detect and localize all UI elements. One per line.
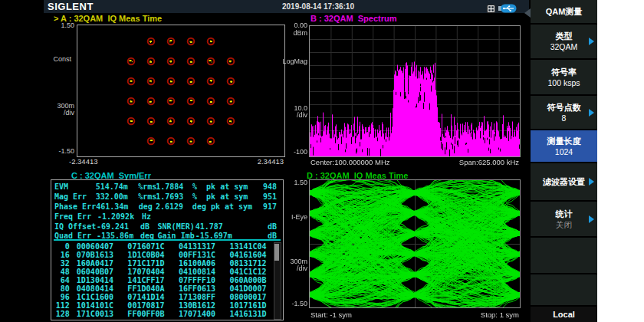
result-cell: Mag Err <box>51 192 96 202</box>
b-span-label: Span:625.000 kHz <box>424 158 519 166</box>
hex-word: 04131317 <box>179 242 223 251</box>
menu-header: QAM测量 <box>531 0 597 23</box>
a-trace-format-label: Const <box>38 56 71 63</box>
hex-word: 1D130414 <box>77 276 121 284</box>
softkey-6[interactable]: 统计关闭 <box>531 202 597 236</box>
softkey-value: 100 ksps <box>547 78 580 87</box>
scrollbar[interactable] <box>274 242 281 320</box>
constellation-plot <box>77 25 285 157</box>
chevron-right-icon <box>589 178 594 186</box>
hex-word: 1C1C1600 <box>77 293 121 301</box>
spectrum-plot <box>309 25 521 157</box>
table-separator <box>54 239 281 241</box>
instrument-screen: SIGLENT 2019-08-14 17:36:10 > A : 32QAM … <box>0 0 644 322</box>
d-stop-label: Stop: 1 sym <box>424 310 519 319</box>
hex-word: 16100A06 <box>179 259 223 268</box>
chevron-right-icon <box>589 38 594 45</box>
result-row: Phase Err461.34mdeg2.6129deg pk at sym91… <box>51 202 283 212</box>
softkey-label: 符号点数 <box>547 103 581 113</box>
softkey-5[interactable]: 滤波器设置 <box>531 163 597 200</box>
hex-row: 961C1C160007141D14171308FF08000017 <box>51 293 274 301</box>
hex-word: 0716071C <box>127 242 172 251</box>
page-background-margin <box>597 0 644 322</box>
hex-row: 641D130414141CFF1707FFFF10060A000B <box>51 276 274 284</box>
result-row: IQ Offset-69.241dBSNR(MER)41.787dB <box>51 222 283 232</box>
storage-icon <box>487 2 495 16</box>
b-ref-level-label: 0.00 <box>274 22 307 29</box>
result-cell: -69.241 <box>97 222 140 232</box>
result-cell: %rms <box>138 182 156 192</box>
softkey-2[interactable]: 符号率100 ksps <box>531 60 597 94</box>
result-cell: Freq Err <box>51 212 97 222</box>
softkey-3[interactable]: 符号点数8 <box>531 96 597 129</box>
hex-word: 1017161D <box>229 301 274 310</box>
hex-word: 00FF131C <box>179 251 223 259</box>
spectrum-canvas <box>310 26 520 156</box>
softkey-value: 8 <box>562 113 567 123</box>
softkey-value: 1024 <box>555 147 573 156</box>
d-trace-format-label: I-Eye <box>274 214 307 221</box>
result-cell: 332.00m <box>96 192 139 202</box>
hex-row: 8004080414FF1D040A16FF0613041D0007 <box>51 284 274 293</box>
hex-word: 060A000B <box>229 276 274 284</box>
b-center-freq-label: Center:100.000000 MHz <box>310 158 390 166</box>
softkey-1[interactable]: 类型32QAM <box>531 25 597 58</box>
hex-word: 04161604 <box>229 251 274 259</box>
a-y-max-label: 1.50 <box>41 22 74 29</box>
d-start-label: Start: -1 sym <box>310 310 352 319</box>
hex-word: 07FFFF10 <box>179 276 223 284</box>
hex-word: 171C0013 <box>77 310 121 318</box>
eye-diagram-canvas <box>310 180 520 307</box>
result-cell <box>159 212 198 222</box>
hex-offset: 0 <box>51 242 70 251</box>
a-scale-unit-label: /div <box>41 110 74 117</box>
softkey-value: 关闭 <box>556 220 572 229</box>
hex-row: 16070B16131D1C0B0400FF131C04161604 <box>51 251 274 259</box>
softkey-4[interactable]: 测量长度1024 <box>531 130 597 162</box>
result-cell: 1.7884 <box>156 182 192 192</box>
result-cell: deg pk at sym <box>192 202 263 212</box>
pane-b-title: B : 32QAM Spectrum <box>310 14 396 23</box>
eye-diagram-plot <box>309 179 521 308</box>
softkey-label: 滤波器设置 <box>543 177 585 187</box>
result-cell: 951 <box>263 192 283 202</box>
hex-word: 1416131D <box>229 310 274 318</box>
hex-word: 070B1613 <box>77 251 121 259</box>
hex-word: FF00FF0B <box>127 310 172 318</box>
hex-word: 1014101C <box>77 301 121 310</box>
softkey-blank <box>531 238 597 273</box>
result-cell: -1.2092k <box>97 212 142 222</box>
result-cell <box>198 212 271 222</box>
chevron-right-icon <box>589 109 594 117</box>
softkey-label: 测量长度 <box>547 136 581 146</box>
b-y-min-label: -100 <box>274 149 307 156</box>
hex-row: 4806040B071707040404100814041C1C12 <box>51 268 274 276</box>
hex-word: 04100814 <box>179 268 223 276</box>
hex-word: 04080414 <box>77 284 121 293</box>
result-cell: 514.74m <box>96 182 139 192</box>
symbol-hex-dump: 0000604070716071C0413131713141C0416070B1… <box>51 242 274 317</box>
hex-offset: 112 <box>51 301 70 310</box>
menu-collapse-icon[interactable] <box>524 8 531 18</box>
datetime-label: 2019-08-14 17:36:10 <box>282 2 354 11</box>
hex-word: 00170817 <box>127 301 172 310</box>
hex-word: 171C171D <box>127 259 172 268</box>
result-cell: 2.6129 <box>156 202 192 212</box>
hex-word: 141CFF17 <box>127 276 172 284</box>
result-cell: dB <box>268 222 283 232</box>
softkey-menu: QAM测量 类型32QAM符号率100 ksps符号点数8测量长度1024滤波器… <box>531 0 597 322</box>
hex-word: 07141D14 <box>127 293 172 301</box>
b-scale-unit-label: /div <box>274 112 307 119</box>
siglent-logo: SIGLENT <box>48 1 94 12</box>
result-cell: SNR(MER) <box>158 222 196 232</box>
b-trace-format-label: LogMag <box>274 58 307 65</box>
hex-row: 1121014101C00170817130B16121017161D <box>51 301 274 310</box>
symbol-error-table: EVM514.74m%rms1.7884% pk at sym948Mag Er… <box>51 179 284 320</box>
softkey-label: 统计 <box>556 209 573 219</box>
result-cell: IQ Offset <box>51 222 97 232</box>
result-row: EVM514.74m%rms1.7884% pk at sym948 <box>51 182 283 192</box>
hex-offset: 48 <box>51 268 70 276</box>
hex-word: 13141C04 <box>229 242 274 251</box>
hex-offset: 128 <box>51 310 70 318</box>
a-y-min-label: -1.50 <box>41 148 74 155</box>
